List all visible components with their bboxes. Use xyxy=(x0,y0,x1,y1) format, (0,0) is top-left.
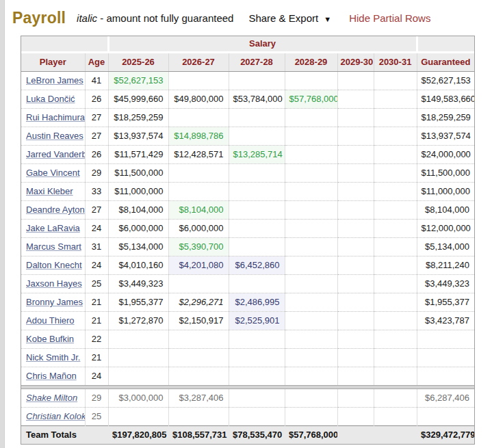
hide-partial-rows-button[interactable]: Hide Partial Rows xyxy=(349,12,430,24)
age-cell: 27 xyxy=(85,127,108,146)
player-row: Austin Reaves27$13,937,574$14,898,786$13… xyxy=(21,127,474,146)
salary-cell xyxy=(337,256,374,275)
player-cell: Jaxson Hayes xyxy=(21,275,85,293)
salary-cell: $3,449,323 xyxy=(108,275,168,293)
salary-cell xyxy=(374,238,417,256)
salary-cell xyxy=(374,109,417,127)
salary-group-header-row: Salary xyxy=(21,36,474,53)
totals-age-blank xyxy=(85,426,108,445)
totals-value: $197,820,805 xyxy=(108,426,168,445)
salary-cell xyxy=(229,238,285,256)
player-link[interactable]: Luka Dončić xyxy=(26,94,75,104)
player-row: Adou Thiero21$1,272,870$2,150,917$2,525,… xyxy=(21,312,474,330)
salary-group-header: Salary xyxy=(108,36,417,53)
age-cell: 29 xyxy=(85,164,108,183)
salary-cell xyxy=(229,164,285,183)
player-link[interactable]: LeBron James xyxy=(26,75,83,85)
player-link[interactable]: Rui Hachimura xyxy=(26,112,85,122)
player-link[interactable]: Kobe Bufkin xyxy=(26,334,74,344)
player-link[interactable]: Dalton Knecht xyxy=(26,260,82,270)
column-header-0: Player xyxy=(21,53,85,72)
player-row: Kobe Bufkin22 xyxy=(21,330,474,349)
age-cell: 24 xyxy=(85,220,108,238)
totals-value: $57,768,000 xyxy=(285,426,337,445)
salary-cell xyxy=(374,220,417,238)
salary-cell: $4,010,160 xyxy=(108,256,168,275)
salary-cell: $45,999,660 xyxy=(108,90,168,109)
age-cell: 31 xyxy=(85,238,108,256)
salary-cell xyxy=(337,220,374,238)
salary-cell xyxy=(108,408,168,426)
page-title: Payroll xyxy=(12,9,66,27)
toolbar: Payroll italic - amount not fully guaran… xyxy=(12,6,485,29)
player-link[interactable]: Chris Mañon xyxy=(26,371,77,381)
salary-cell: $13,285,714 xyxy=(229,146,285,164)
player-row: Marcus Smart31$5,134,000$5,390,700$5,134… xyxy=(21,238,474,256)
player-link[interactable]: Bronny James xyxy=(26,297,83,307)
player-link[interactable]: Jake LaRavia xyxy=(26,223,80,233)
salary-cell xyxy=(229,72,285,90)
share-export-button[interactable]: Share & Export ▼ xyxy=(248,12,331,24)
player-row: Christian Koloko25 xyxy=(21,408,474,426)
salary-cell: $6,000,000 xyxy=(108,220,168,238)
salary-cell xyxy=(285,127,337,146)
player-link[interactable]: Jarred Vanderbilt xyxy=(26,149,85,159)
player-cell: Adou Thiero xyxy=(21,312,85,330)
player-link[interactable]: Maxi Kleber xyxy=(26,186,73,196)
player-link[interactable]: Gabe Vincent xyxy=(26,168,80,178)
salary-cell: $5,134,000 xyxy=(108,238,168,256)
guaranteed-cell: $5,134,000 xyxy=(417,238,474,256)
player-cell: Austin Reaves xyxy=(21,127,85,146)
guaranteed-cell: $13,937,574 xyxy=(417,127,474,146)
salary-cell: $18,259,259 xyxy=(108,109,168,127)
age-cell: 33 xyxy=(85,183,108,201)
player-cell: Dalton Knecht xyxy=(21,256,85,275)
player-link[interactable]: Nick Smith Jr. xyxy=(26,352,80,363)
salary-cell xyxy=(285,256,337,275)
salary-cell: $4,201,080 xyxy=(168,256,229,275)
salary-cell: $2,525,901 xyxy=(229,312,285,330)
salary-cell xyxy=(285,72,337,90)
salary-cell: $1,272,870 xyxy=(108,312,168,330)
salary-cell xyxy=(168,183,229,201)
salary-cell xyxy=(168,367,229,386)
salary-cell xyxy=(337,164,374,183)
salary-cell xyxy=(229,408,285,426)
salary-cell xyxy=(374,293,417,312)
player-cell: LeBron James xyxy=(21,72,85,90)
salary-cell xyxy=(229,201,285,220)
guaranteed-cell: $1,955,377 xyxy=(417,293,474,312)
salary-cell xyxy=(337,349,374,367)
player-cell: Deandre Ayton xyxy=(21,201,85,220)
column-header-7: 2030-31 xyxy=(374,53,417,72)
salary-cell xyxy=(229,127,285,146)
player-link[interactable]: Austin Reaves xyxy=(26,131,83,141)
salary-cell xyxy=(229,367,285,386)
salary-cell: $1,955,377 xyxy=(108,293,168,312)
age-cell: 21 xyxy=(85,293,108,312)
guaranteed-cell: $12,000,000 xyxy=(417,220,474,238)
salary-cell: $53,784,000 xyxy=(229,90,285,109)
salary-cell xyxy=(285,293,337,312)
player-link[interactable]: Adou Thiero xyxy=(26,315,75,326)
age-cell: 29 xyxy=(85,389,108,408)
player-link[interactable]: Christian Koloko xyxy=(26,411,85,421)
player-link[interactable]: Deandre Ayton xyxy=(26,205,85,215)
player-link[interactable]: Shake Milton xyxy=(26,393,77,403)
guaranteed-cell xyxy=(417,330,474,349)
player-row: Shake Milton29$3,000,000$3,287,406$6,287… xyxy=(21,389,474,408)
player-row: Chris Mañon24 xyxy=(21,367,474,386)
player-row: Gabe Vincent29$11,500,000$11,500,000 xyxy=(21,164,474,183)
player-link[interactable]: Marcus Smart xyxy=(26,241,81,252)
salary-cell: $12,428,571 xyxy=(168,146,229,164)
salary-cell xyxy=(337,183,374,201)
guaranteed-cell: $8,211,240 xyxy=(417,256,474,275)
player-link[interactable]: Jaxson Hayes xyxy=(26,278,82,289)
salary-cell: $49,800,000 xyxy=(168,90,229,109)
salary-cell xyxy=(229,389,285,408)
salary-cell xyxy=(229,275,285,293)
salary-cell xyxy=(374,183,417,201)
salary-cell: $3,287,406 xyxy=(168,389,229,408)
guaranteed-cell: $3,449,323 xyxy=(417,275,474,293)
salary-cell xyxy=(285,330,337,349)
